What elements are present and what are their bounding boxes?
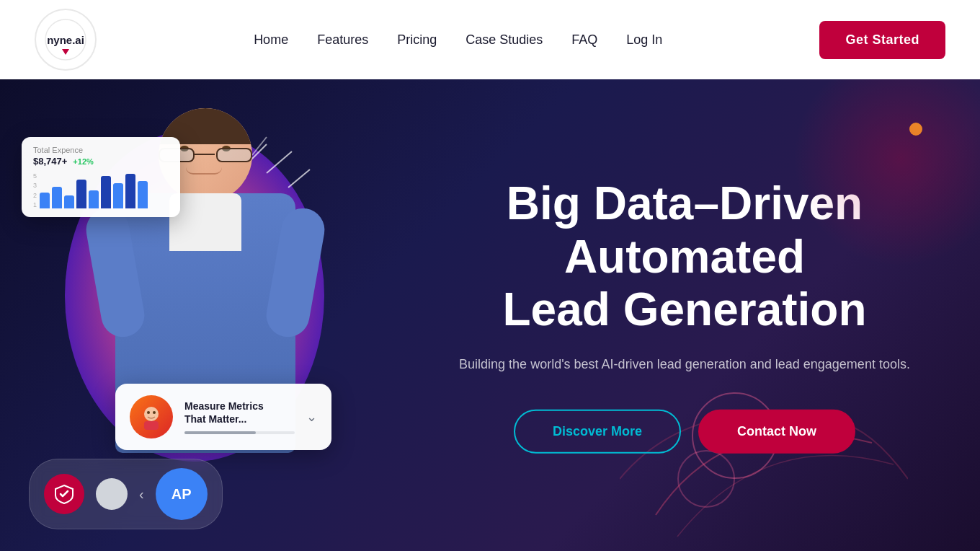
nav-pricing[interactable]: Pricing [397,32,437,48]
svg-point-9 [147,411,150,414]
logo-circle: nyne.ai [35,9,97,71]
nav-login[interactable]: Log In [626,32,662,48]
dot-indicator [96,478,128,510]
navigation: Home Features Pricing Case Studies FAQ L… [254,32,662,48]
hero-left: Total Expence $8,747+ +12% 5 3 2 1 [0,79,432,551]
chevron-left-icon[interactable]: ‹ [139,486,144,503]
metrics-widget: Measure Metrics That Matter... ⌄ [115,384,331,450]
chart-label: Total Expence [33,146,83,154]
chart-value: $8,747+ [33,156,67,167]
chart-widget: Total Expence $8,747+ +12% 5 3 2 1 [22,137,180,217]
header: nyne.ai Home Features Pricing Case Studi… [0,0,980,79]
hero-buttons: Discover More Contact Now [432,409,937,453]
metrics-avatar [130,395,173,438]
ap-avatar[interactable]: AP [156,468,208,520]
svg-text:nyne.ai: nyne.ai [47,34,84,46]
bottom-widget: ‹ AP [29,459,223,529]
svg-point-10 [153,411,156,414]
svg-rect-11 [144,421,159,430]
contact-now-button[interactable]: Contact Now [698,409,855,453]
chart-change: +12% [73,157,93,166]
hero-subtitle: Building the world's best AI-driven lead… [432,353,937,374]
get-started-button[interactable]: Get Started [819,21,945,59]
svg-point-8 [144,407,159,421]
nav-case-studies[interactable]: Case Studies [466,32,543,48]
nav-faq[interactable]: FAQ [571,32,597,48]
logo[interactable]: nyne.ai [35,9,97,71]
shield-icon[interactable] [44,474,84,514]
chart-yaxis: 5 3 2 1 [33,172,37,208]
hero-section: Total Expence $8,747+ +12% 5 3 2 1 [0,79,980,551]
mini-chart [40,172,148,208]
discover-more-button[interactable]: Discover More [514,409,681,453]
metrics-bar [184,431,295,434]
chevron-down-icon: ⌄ [306,409,317,425]
nav-home[interactable]: Home [254,32,288,48]
nav-features[interactable]: Features [317,32,368,48]
metrics-content: Measure Metrics That Matter... [184,400,295,434]
metrics-title: Measure Metrics That Matter... [184,400,295,426]
svg-marker-2 [62,49,69,55]
